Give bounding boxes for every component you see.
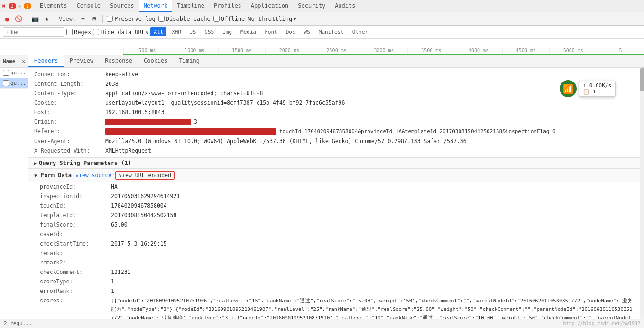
filter-chip-font[interactable]: Font — [261, 27, 281, 36]
form-row-inspectionid: inspectionId: 201705031629294614921 — [28, 191, 644, 201]
tab-sources[interactable]: Sources — [105, 0, 139, 12]
separator-1 — [27, 15, 27, 23]
warning-icon: ⚠ — [18, 2, 22, 9]
tick-500: 500 ms — [123, 48, 171, 55]
request-list: Name ✕ qu... qu... — [0, 55, 28, 328]
header-x-requested-with: X-Requested-With: XMLHttpRequest — [28, 146, 644, 155]
view-url-encoded-link[interactable]: view URL encoded — [115, 171, 175, 180]
form-data-triangle: ▼ — [34, 173, 37, 178]
header-content-length: Content-Length: 2038 — [28, 79, 644, 89]
preserve-log-label[interactable]: Preserve log — [107, 16, 156, 22]
header-host: Host: 192.168.100.5:8843 — [28, 108, 644, 117]
request-checkbox-1[interactable] — [3, 70, 9, 76]
header-cookie: Cookie: userLayout=layout1; qualitysessi… — [28, 98, 644, 108]
filter-chip-ws[interactable]: WS — [301, 27, 313, 36]
disable-cache-label[interactable]: Disable cache — [158, 16, 211, 22]
tick-1500: 1500 ms — [218, 48, 266, 55]
filter-bar: Regex Hide data URLs All XHR JS CSS Img … — [0, 26, 644, 39]
throttle-select[interactable]: No throttling ▾ — [248, 16, 296, 22]
tab-preview[interactable]: Preview — [64, 55, 100, 67]
header-referer: Referer: xxx touchId=17040209467858004&p… — [28, 127, 644, 137]
tab-application[interactable]: Application — [246, 0, 293, 12]
record-button[interactable]: ● — [3, 15, 11, 23]
filter-chip-other[interactable]: Other — [349, 27, 371, 36]
filter-chip-xhr[interactable]: XHR — [168, 27, 184, 36]
filter-chip-doc[interactable]: Doc — [283, 27, 299, 36]
chevron-down-icon: ▾ — [293, 16, 296, 22]
wifi-popup: ↑ 0.00K/s 📋 1 — [579, 81, 616, 97]
scrollbar-thumb[interactable] — [640, 68, 644, 91]
tab-timeline[interactable]: Timeline — [172, 0, 209, 12]
headers-content: Connection: keep-alive Content-Length: 2… — [28, 68, 644, 328]
request-item-2[interactable]: qu... — [0, 78, 28, 89]
hide-data-urls-label[interactable]: Hide data URLs — [93, 29, 148, 36]
wifi-badge: 📶 ↑ 0.00K/s 📋 1 — [560, 80, 616, 97]
hide-data-urls-checkbox[interactable] — [93, 29, 99, 35]
network-toolbar: ● 🚫 📷 ⚗ View: ≡ ⊞ Preserve log Disable c… — [0, 12, 644, 26]
form-row-errorrank: errorRank: 1 — [28, 286, 644, 296]
request-item-1[interactable]: qu... — [0, 68, 28, 78]
scrollbar-track[interactable] — [640, 68, 644, 328]
form-row-remark: remark: — [28, 248, 644, 258]
form-row-checkcomment: checkComment: 121231 — [28, 267, 644, 277]
tab-cookies[interactable]: Cookies — [138, 55, 174, 67]
tab-timing[interactable]: Timing — [174, 55, 205, 67]
tick-5000: 5000 ms — [549, 48, 597, 55]
close-icon[interactable]: ✕ — [22, 58, 25, 64]
form-data-label: Form Data — [41, 172, 72, 179]
devtools-tabbar: ✖ 2 ⚠ 1 Elements Console Sources Network… — [0, 0, 644, 12]
filter-chip-css[interactable]: CSS — [201, 27, 217, 36]
separator-2 — [55, 15, 55, 23]
offline-checkbox[interactable] — [213, 16, 220, 22]
tab-profiles[interactable]: Profiles — [209, 0, 246, 12]
filter-input[interactable] — [3, 27, 64, 37]
camera-button[interactable]: 📷 — [31, 15, 39, 23]
request-checkbox-2[interactable] — [3, 80, 9, 86]
tab-audits[interactable]: Audits — [330, 0, 360, 12]
tick-5-end: 5 — [597, 48, 644, 55]
filter-chip-manifest[interactable]: Manifest — [315, 27, 347, 36]
filter-button[interactable]: ⚗ — [42, 15, 51, 23]
header-origin: Origin: xxx 3 — [28, 117, 644, 127]
tab-response[interactable]: Response — [99, 55, 138, 67]
tick-2500: 2500 ms — [313, 48, 360, 55]
query-string-section[interactable]: ▶ Query String Parameters (1) — [28, 157, 644, 169]
tab-security[interactable]: Security — [293, 0, 330, 12]
filter-chip-img[interactable]: Img — [219, 27, 235, 36]
view-label: View: — [59, 16, 76, 22]
tick-3500: 3500 ms — [407, 48, 455, 55]
detail-panel: Headers Preview Response Cookies Timing … — [28, 55, 644, 328]
header-user-agent: User-Agent: Mozilla/5.0 (Windows NT 10.0… — [28, 137, 644, 146]
error-icon: ✖ — [2, 2, 6, 9]
request-count: 2 requ... — [4, 320, 32, 327]
form-row-provinceid: provinceId: HA — [28, 182, 644, 191]
form-row-remark2: remark2: — [28, 258, 644, 267]
filter-chip-js[interactable]: JS — [186, 27, 199, 36]
tab-elements[interactable]: Elements — [35, 0, 72, 12]
tab-console[interactable]: Console — [72, 0, 106, 12]
tab-headers[interactable]: Headers — [28, 55, 64, 67]
status-bar: 2 requ... http://blog.csdn.net/hw1932 — [0, 319, 644, 328]
tick-3000: 3000 ms — [360, 48, 407, 55]
tab-network[interactable]: Network — [139, 0, 173, 12]
main-content: Name ✕ qu... qu... Headers Preview Respo… — [0, 55, 644, 328]
view-source-link[interactable]: view source — [75, 172, 111, 179]
referer-redacted: xxx — [105, 128, 276, 135]
tick-1000: 1000 ms — [171, 48, 218, 55]
form-row-templateid: templateId: 20170308150442502158 — [28, 210, 644, 220]
separator-3 — [102, 15, 103, 23]
form-data-section: ▼ Form Data view source view URL encoded — [28, 169, 644, 182]
regex-checkbox-label[interactable]: Regex — [66, 29, 91, 36]
wifi-icon: 📶 — [560, 80, 577, 97]
filter-chip-all[interactable]: All — [150, 27, 166, 36]
grid-view-button[interactable]: ⊞ — [90, 15, 99, 23]
disable-cache-checkbox[interactable] — [158, 16, 165, 22]
filter-chip-media[interactable]: Media — [237, 27, 259, 36]
detail-tabs: Headers Preview Response Cookies Timing — [28, 55, 644, 68]
regex-checkbox[interactable] — [66, 29, 73, 35]
preserve-log-checkbox[interactable] — [107, 16, 113, 22]
list-view-button[interactable]: ≡ — [79, 15, 87, 23]
clear-button[interactable]: 🚫 — [14, 15, 23, 23]
tick-4500: 4500 ms — [502, 48, 550, 55]
offline-label[interactable]: Offline — [213, 16, 245, 22]
